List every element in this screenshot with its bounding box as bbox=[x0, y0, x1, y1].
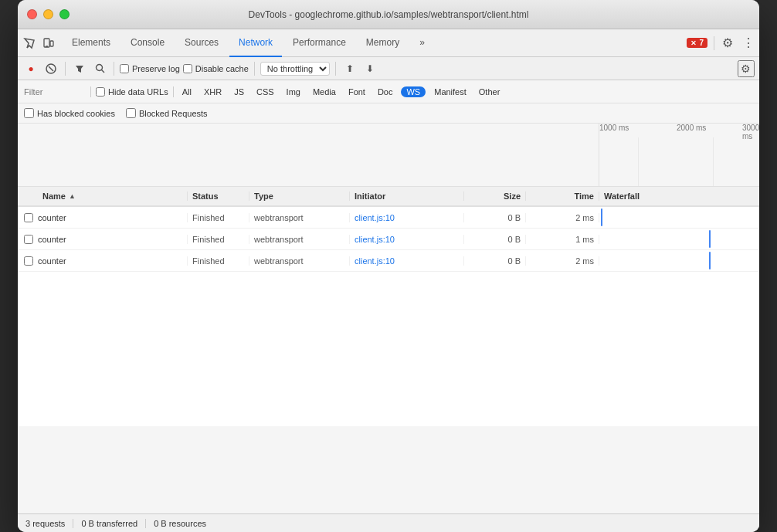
row1-initiator: client.js:10 bbox=[350, 213, 464, 222]
device-icon[interactable] bbox=[41, 36, 55, 50]
row1-initiator-link[interactable]: client.js:10 bbox=[355, 213, 395, 222]
filter-type-other[interactable]: Other bbox=[475, 86, 504, 97]
filter-toggle-button[interactable] bbox=[71, 60, 88, 77]
filter-type-img[interactable]: Img bbox=[283, 86, 304, 97]
tick-3000: 3000 ms bbox=[742, 124, 759, 141]
col-name[interactable]: Name ▲ bbox=[18, 191, 188, 201]
hide-data-urls-label[interactable]: Hide data URLs bbox=[96, 87, 168, 97]
blocked-cookies-bar: Has blocked cookies Blocked Requests bbox=[18, 103, 759, 124]
col-size[interactable]: Size bbox=[464, 191, 526, 201]
tab-sources[interactable]: Sources bbox=[175, 29, 228, 57]
filter-input[interactable] bbox=[24, 87, 86, 97]
toolbar-sep-3 bbox=[254, 62, 255, 76]
hide-data-urls-checkbox[interactable] bbox=[96, 87, 105, 97]
svg-rect-1 bbox=[50, 41, 53, 46]
row2-checkbox[interactable] bbox=[24, 235, 33, 244]
settings-icon[interactable]: ⚙ bbox=[721, 36, 735, 50]
col-waterfall[interactable]: Waterfall bbox=[599, 191, 759, 201]
filter-type-xhr[interactable]: XHR bbox=[200, 86, 226, 97]
col-status[interactable]: Status bbox=[188, 191, 249, 201]
search-button[interactable] bbox=[91, 60, 108, 77]
status-requests: 3 requests bbox=[25, 519, 73, 528]
row2-type: webtransport bbox=[249, 235, 350, 244]
col-time[interactable]: Time bbox=[526, 191, 599, 201]
tab-elements[interactable]: Elements bbox=[63, 29, 120, 57]
timeline-right: 1000 ms 2000 ms 3000 ms bbox=[599, 124, 759, 186]
status-bar: 3 requests 0 B transferred 0 B resources bbox=[18, 513, 759, 532]
filter-type-font[interactable]: Font bbox=[344, 86, 369, 97]
col-initiator[interactable]: Initiator bbox=[350, 191, 464, 201]
svg-line-7 bbox=[101, 70, 104, 73]
maximize-button[interactable] bbox=[59, 9, 70, 19]
filter-type-divider bbox=[173, 86, 174, 97]
throttle-select[interactable]: No throttling bbox=[260, 62, 330, 76]
blocked-requests-label[interactable]: Blocked Requests bbox=[126, 108, 208, 118]
inspect-icon[interactable] bbox=[22, 36, 36, 50]
close-button[interactable] bbox=[27, 9, 37, 19]
tab-network[interactable]: Network bbox=[229, 29, 282, 57]
minimize-button[interactable] bbox=[43, 9, 53, 19]
table-empty-space bbox=[18, 272, 759, 426]
preserve-log-label[interactable]: Preserve log bbox=[120, 64, 180, 73]
row1-waterfall bbox=[599, 207, 759, 228]
filter-type-manifest[interactable]: Manifest bbox=[430, 86, 470, 97]
devtools-tab-bar: Elements Console Sources Network Perform… bbox=[18, 29, 759, 57]
row3-status: Finished bbox=[188, 256, 249, 266]
tab-memory[interactable]: Memory bbox=[357, 29, 409, 57]
tab-bar-icons bbox=[22, 36, 55, 50]
tab-more[interactable]: » bbox=[410, 29, 434, 57]
row3-checkbox[interactable] bbox=[24, 256, 33, 266]
disable-cache-label[interactable]: Disable cache bbox=[183, 64, 249, 73]
sort-arrow: ▲ bbox=[69, 192, 76, 200]
row2-initiator-link[interactable]: client.js:10 bbox=[355, 235, 395, 244]
export-button[interactable]: ⬇ bbox=[361, 60, 378, 77]
table-row[interactable]: counter Finished webtransport client.js:… bbox=[18, 207, 759, 229]
has-blocked-cookies-checkbox[interactable] bbox=[24, 108, 34, 118]
error-badge[interactable]: ✕ 7 bbox=[687, 38, 707, 48]
grid-line-1 bbox=[638, 137, 639, 186]
error-icon: ✕ bbox=[690, 39, 697, 47]
status-transferred: 0 B transferred bbox=[81, 519, 146, 528]
window-title: DevTools - googlechrome.github.io/sample… bbox=[249, 9, 529, 20]
more-options-icon[interactable]: ⋮ bbox=[741, 36, 755, 50]
filter-type-css[interactable]: CSS bbox=[253, 86, 278, 97]
col-type[interactable]: Type bbox=[249, 191, 350, 201]
row2-time: 1 ms bbox=[526, 235, 599, 244]
blocked-requests-checkbox[interactable] bbox=[126, 108, 136, 118]
tab-console[interactable]: Console bbox=[121, 29, 174, 57]
timeline-header: 1000 ms 2000 ms 3000 ms bbox=[18, 124, 759, 187]
filter-type-all[interactable]: All bbox=[178, 86, 195, 97]
filter-type-media[interactable]: Media bbox=[309, 86, 340, 97]
row3-initiator-link[interactable]: client.js:10 bbox=[355, 256, 395, 266]
svg-rect-0 bbox=[44, 39, 49, 47]
row3-type: webtransport bbox=[249, 256, 350, 266]
filter-type-js[interactable]: JS bbox=[230, 86, 248, 97]
toolbar-sep-2 bbox=[114, 62, 114, 76]
svg-line-4 bbox=[49, 66, 53, 71]
row3-size: 0 B bbox=[464, 256, 526, 266]
filter-type-ws[interactable]: WS bbox=[401, 86, 426, 97]
toolbar-sep-4 bbox=[335, 62, 336, 76]
table-row[interactable]: counter Finished webtransport client.js:… bbox=[18, 250, 759, 272]
stop-button[interactable] bbox=[42, 60, 59, 77]
network-settings-button[interactable]: ⚙ bbox=[738, 60, 755, 77]
row2-size: 0 B bbox=[464, 235, 526, 244]
table-scroll-area[interactable]: counter Finished webtransport client.js:… bbox=[18, 207, 759, 513]
tab-performance[interactable]: Performance bbox=[283, 29, 355, 57]
preserve-log-checkbox[interactable] bbox=[120, 64, 129, 73]
toolbar-sep-1 bbox=[65, 62, 66, 76]
filter-type-doc[interactable]: Doc bbox=[374, 86, 397, 97]
row1-status: Finished bbox=[188, 213, 249, 222]
row1-type: webtransport bbox=[249, 213, 350, 222]
timeline-left-spacer bbox=[18, 124, 599, 186]
record-button[interactable]: ● bbox=[22, 60, 39, 77]
table-row[interactable]: counter Finished webtransport client.js:… bbox=[18, 229, 759, 250]
network-toolbar: ● bbox=[18, 57, 759, 80]
row1-waterfall-bar bbox=[601, 208, 602, 226]
import-button[interactable]: ⬆ bbox=[341, 60, 358, 77]
has-blocked-cookies-label[interactable]: Has blocked cookies bbox=[24, 108, 115, 118]
table-header: Name ▲ Status Type Initiator Size bbox=[18, 187, 759, 207]
row1-checkbox[interactable] bbox=[24, 213, 33, 222]
disable-cache-checkbox[interactable] bbox=[183, 64, 192, 73]
status-resources: 0 B resources bbox=[154, 519, 214, 528]
